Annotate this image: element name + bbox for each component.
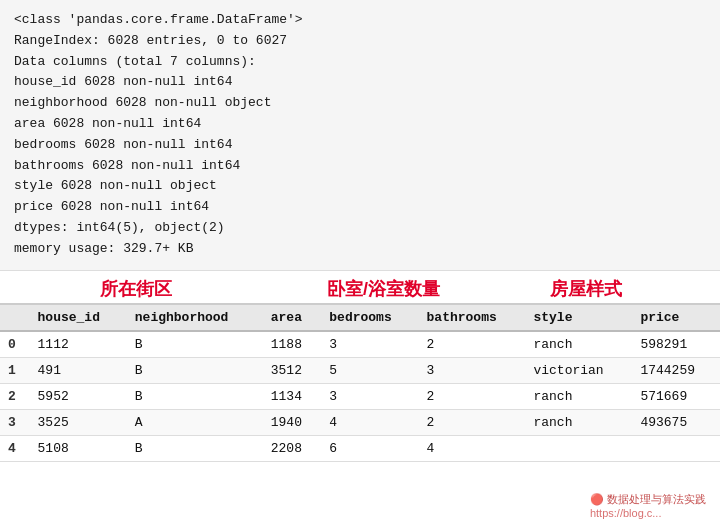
cell-bedrooms-4: 6 xyxy=(321,435,418,461)
col-header-style: style xyxy=(525,305,632,331)
code-line-12: memory usage: 329.7+ KB xyxy=(14,239,706,260)
code-line-5: neighborhood 6028 non-null object xyxy=(14,93,706,114)
col-header-neighborhood: neighborhood xyxy=(127,305,263,331)
annotation-rooms: 卧室/浴室数量 xyxy=(327,277,440,301)
watermark: 🔴 数据处理与算法实践 https://blog.c... xyxy=(586,490,710,521)
code-line-9: style 6028 non-null object xyxy=(14,176,706,197)
table-row: 1 491 B 3512 5 3 victorian 1744259 xyxy=(0,357,720,383)
cell-bedrooms-0: 3 xyxy=(321,331,418,358)
annotation-neighborhood: 所在街区 xyxy=(100,277,172,301)
cell-house-id-2: 5952 xyxy=(30,383,127,409)
cell-bedrooms-2: 3 xyxy=(321,383,418,409)
row-index-4: 4 xyxy=(0,435,30,461)
code-line-6: area 6028 non-null int64 xyxy=(14,114,706,135)
col-header-index xyxy=(0,305,30,331)
cell-bathrooms-3: 2 xyxy=(419,409,526,435)
column-annotations: 所在街区 卧室/浴室数量 房屋样式 xyxy=(0,271,720,303)
dataframe-info: <class 'pandas.core.frame.DataFrame'> Ra… xyxy=(0,0,720,271)
col-header-price: price xyxy=(632,305,720,331)
code-line-7: bedrooms 6028 non-null int64 xyxy=(14,135,706,156)
table-row: 3 3525 A 1940 4 2 ranch 493675 xyxy=(0,409,720,435)
cell-neighborhood-3: A xyxy=(127,409,263,435)
table-row: 4 5108 B 2208 6 4 xyxy=(0,435,720,461)
cell-price-4 xyxy=(632,435,720,461)
row-index-1: 1 xyxy=(0,357,30,383)
code-line-11: dtypes: int64(5), object(2) xyxy=(14,218,706,239)
cell-price-2: 571669 xyxy=(632,383,720,409)
code-line-8: bathrooms 6028 non-null int64 xyxy=(14,156,706,177)
code-line-2: RangeIndex: 6028 entries, 0 to 6027 xyxy=(14,31,706,52)
row-index-3: 3 xyxy=(0,409,30,435)
cell-bathrooms-0: 2 xyxy=(419,331,526,358)
cell-price-3: 493675 xyxy=(632,409,720,435)
cell-area-3: 1940 xyxy=(263,409,322,435)
row-index-0: 0 xyxy=(0,331,30,358)
cell-area-0: 1188 xyxy=(263,331,322,358)
cell-area-2: 1134 xyxy=(263,383,322,409)
cell-bedrooms-3: 4 xyxy=(321,409,418,435)
data-table-wrapper: house_id neighborhood area bedrooms bath… xyxy=(0,303,720,462)
watermark-url: https://blog.c... xyxy=(590,507,662,519)
cell-house-id-0: 1112 xyxy=(30,331,127,358)
cell-price-0: 598291 xyxy=(632,331,720,358)
cell-bathrooms-2: 2 xyxy=(419,383,526,409)
table-row: 0 1112 B 1188 3 2 ranch 598291 xyxy=(0,331,720,358)
cell-style-4 xyxy=(525,435,632,461)
table-row: 2 5952 B 1134 3 2 ranch 571669 xyxy=(0,383,720,409)
table-header-row: house_id neighborhood area bedrooms bath… xyxy=(0,305,720,331)
cell-house-id-1: 491 xyxy=(30,357,127,383)
col-header-house-id: house_id xyxy=(30,305,127,331)
cell-neighborhood-0: B xyxy=(127,331,263,358)
cell-style-1: victorian xyxy=(525,357,632,383)
col-header-bathrooms: bathrooms xyxy=(419,305,526,331)
cell-style-2: ranch xyxy=(525,383,632,409)
cell-neighborhood-2: B xyxy=(127,383,263,409)
dataframe-table: house_id neighborhood area bedrooms bath… xyxy=(0,305,720,462)
cell-area-1: 3512 xyxy=(263,357,322,383)
code-line-3: Data columns (total 7 columns): xyxy=(14,52,706,73)
code-line-4: house_id 6028 non-null int64 xyxy=(14,72,706,93)
cell-bathrooms-4: 4 xyxy=(419,435,526,461)
cell-neighborhood-1: B xyxy=(127,357,263,383)
cell-price-1: 1744259 xyxy=(632,357,720,383)
cell-house-id-4: 5108 xyxy=(30,435,127,461)
annotation-style: 房屋样式 xyxy=(550,277,622,301)
cell-bedrooms-1: 5 xyxy=(321,357,418,383)
row-index-2: 2 xyxy=(0,383,30,409)
cell-area-4: 2208 xyxy=(263,435,322,461)
col-header-area: area xyxy=(263,305,322,331)
cell-house-id-3: 3525 xyxy=(30,409,127,435)
cell-style-0: ranch xyxy=(525,331,632,358)
cell-style-3: ranch xyxy=(525,409,632,435)
code-line-1: <class 'pandas.core.frame.DataFrame'> xyxy=(14,10,706,31)
col-header-bedrooms: bedrooms xyxy=(321,305,418,331)
cell-bathrooms-1: 3 xyxy=(419,357,526,383)
watermark-text: 🔴 数据处理与算法实践 xyxy=(590,493,706,505)
code-line-10: price 6028 non-null int64 xyxy=(14,197,706,218)
cell-neighborhood-4: B xyxy=(127,435,263,461)
